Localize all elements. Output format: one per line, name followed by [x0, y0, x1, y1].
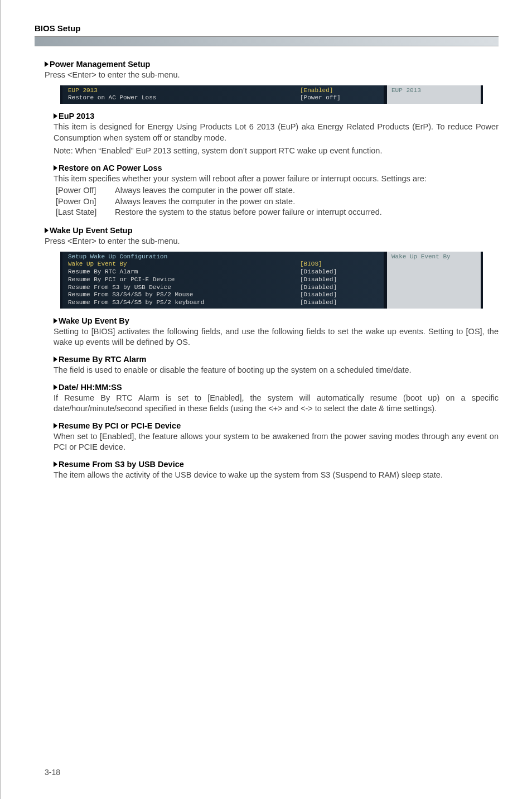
- eup-desc-1: This item is designed for Energy Using P…: [54, 122, 499, 143]
- bios-value: [Power off]: [300, 94, 378, 102]
- bios-value: [Disabled]: [300, 291, 378, 299]
- option-label: [Last State]: [54, 207, 115, 218]
- restore-desc: This item specifies whether your system …: [54, 174, 499, 185]
- option-desc: Restore the system to the status before …: [115, 207, 499, 218]
- bios-value: [Disabled]: [300, 284, 378, 292]
- heading-resume-from-s3-usb: Resume From S3 by USB Device: [54, 460, 499, 469]
- option-row: [Last State] Restore the system to the s…: [54, 207, 499, 218]
- option-label: [Power On]: [54, 196, 115, 208]
- bios-value: [Disabled]: [300, 276, 378, 284]
- heading-eup-2013: EuP 2013: [54, 112, 499, 121]
- heading-restore-ac-power-loss: Restore on AC Power Loss: [54, 163, 499, 172]
- bios-value: [Enabled]: [300, 87, 378, 95]
- bios-help-text: EUP 2013: [391, 87, 421, 94]
- bios-help-text: Wake Up Event By: [391, 253, 451, 260]
- eup-desc-2: Note: When “Enabled” EuP 2013 setting, s…: [54, 146, 499, 157]
- page-number: 3-18: [45, 768, 60, 777]
- triangle-icon: [54, 423, 57, 429]
- bios-screenshot-wake-up: Setup Wake Up Configuration Wake Up Even…: [60, 252, 483, 309]
- bios-item: Resume By RTC Alarm: [68, 268, 300, 276]
- bios-item: Resume From S3/S4/S5 by PS/2 Mouse: [68, 291, 300, 299]
- option-desc: Always leaves the computer in the power …: [115, 196, 499, 208]
- heading-resume-by-rtc-alarm: Resume By RTC Alarm: [54, 355, 499, 364]
- heading-resume-by-pci: Resume By PCI or PCI-E Device: [54, 421, 499, 430]
- bios-item: Resume From S3 by USB Device: [68, 284, 300, 292]
- header-divider: [35, 36, 499, 46]
- pms-intro: Press <Enter> to enter the sub-menu.: [45, 70, 499, 81]
- option-desc: Always leaves the computer in the power …: [115, 185, 499, 196]
- bios-value: [BIOS]: [300, 261, 378, 268]
- triangle-icon: [45, 61, 49, 67]
- page-title: BIOS Setup: [35, 23, 81, 33]
- triangle-icon: [54, 318, 57, 324]
- heading-wake-up-event-setup: Wake Up Event Setup: [45, 226, 499, 235]
- bios-item: Wake Up Event By: [68, 261, 300, 268]
- rtc-desc: The field is used to enable or disable t…: [54, 365, 499, 376]
- triangle-icon: [45, 228, 49, 233]
- date-desc: If Resume By RTC Alarm is set to [Enable…: [54, 393, 499, 415]
- wake-intro: Press <Enter> to enter the sub-menu.: [45, 236, 499, 247]
- bios-screenshot-power-management: EUP 2013 [Enabled] Restore on AC Power L…: [60, 85, 483, 104]
- triangle-icon: [54, 461, 57, 467]
- triangle-icon: [54, 165, 57, 171]
- bios-header: Setup Wake Up Configuration: [68, 253, 300, 261]
- heading-date-hhmmss: Date/ HH:MM:SS: [54, 383, 499, 392]
- bios-item: Resume By PCI or PCI-E Device: [68, 276, 300, 284]
- option-label: [Power Off]: [54, 185, 115, 196]
- heading-power-management-setup: Power Management Setup: [45, 60, 499, 69]
- triangle-icon: [54, 357, 57, 362]
- heading-wake-up-event-by: Wake Up Event By: [54, 316, 499, 325]
- option-row: [Power On] Always leaves the computer in…: [54, 196, 499, 208]
- pci-desc: When set to [Enabled], the feature allow…: [54, 431, 499, 453]
- bios-item: EUP 2013: [68, 87, 300, 95]
- usb-desc: The item allows the activity of the USB …: [54, 470, 499, 481]
- bios-item: Restore on AC Power Loss: [68, 94, 300, 102]
- option-row: [Power Off] Always leaves the computer i…: [54, 185, 499, 196]
- triangle-icon: [54, 384, 57, 390]
- bios-value: [Disabled]: [300, 299, 378, 307]
- bios-item: Resume From S3/S4/S5 by PS/2 keyboard: [68, 299, 300, 307]
- triangle-icon: [54, 113, 57, 119]
- bios-value: [Disabled]: [300, 268, 378, 276]
- wake-by-desc: Setting to [BIOS] activates the followin…: [54, 326, 499, 348]
